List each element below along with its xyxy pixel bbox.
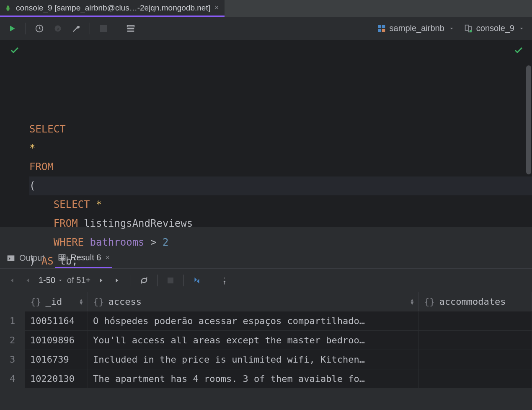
svg-rect-6 <box>382 25 385 28</box>
svg-rect-12 <box>8 255 15 261</box>
svg-rect-3 <box>100 25 107 32</box>
cell-id[interactable]: 10109896 <box>25 331 88 350</box>
cell-id[interactable]: 10220130 <box>25 369 88 388</box>
separator <box>90 23 90 34</box>
terminal-icon <box>7 254 15 262</box>
sql-editor[interactable]: SELECT * FROM ( SELECT * FROM listingsAn… <box>0 40 532 227</box>
cell-accommodates[interactable] <box>419 350 532 369</box>
explain-plan-icon[interactable] <box>123 21 139 36</box>
console-dropdown[interactable]: console_9 <box>460 23 528 33</box>
row-number: 3 <box>0 350 25 369</box>
row-number: 4 <box>0 369 25 388</box>
console-icon <box>464 24 473 33</box>
console-label: console_9 <box>476 23 514 33</box>
cell-access[interactable]: The apartment has 4 rooms. 3 of them ava… <box>88 369 419 388</box>
svg-rect-8 <box>382 29 385 31</box>
svg-point-11 <box>470 30 472 32</box>
chevron-down-icon <box>449 26 455 31</box>
check-icon <box>10 45 20 55</box>
svg-rect-5 <box>378 25 381 28</box>
stop-icon <box>96 21 111 36</box>
check-icon <box>514 45 524 55</box>
schema-icon <box>377 24 386 33</box>
cell-id[interactable]: 1016739 <box>25 350 88 369</box>
cell-access[interactable]: Included in the price is unlimited wifi,… <box>88 350 419 369</box>
run-button[interactable] <box>4 21 20 36</box>
separator <box>26 23 26 34</box>
history-icon[interactable] <box>31 21 47 36</box>
table-row[interactable]: 4 10220130 The apartment has 4 rooms. 3 … <box>0 369 532 389</box>
row-number: 2 <box>0 331 25 350</box>
editor-toolbar: p sample_airbnb console_9 <box>0 17 532 40</box>
first-page-button <box>5 274 18 287</box>
mongodb-leaf-icon <box>4 4 12 12</box>
schema-label: sample_airbnb <box>390 23 444 33</box>
row-number: 1 <box>0 311 25 330</box>
table-row[interactable]: 2 10109896 You'll access all areas excep… <box>0 331 532 350</box>
chevron-down-icon <box>519 26 524 31</box>
close-icon[interactable]: × <box>214 3 219 12</box>
wrench-icon[interactable] <box>68 21 84 36</box>
profile-icon: p <box>50 21 66 36</box>
cell-access[interactable]: You'll access all areas except the maste… <box>88 331 419 350</box>
separator <box>117 23 117 34</box>
file-tab[interactable]: console_9 [sampe_airbnb@clus…-2ejqn.mong… <box>0 0 225 17</box>
cell-accommodates[interactable] <box>419 331 532 350</box>
svg-rect-9 <box>465 25 468 30</box>
schema-dropdown[interactable]: sample_airbnb <box>374 23 458 33</box>
svg-rect-7 <box>378 29 381 31</box>
svg-text:p: p <box>57 26 59 31</box>
cell-accommodates[interactable] <box>419 369 532 388</box>
rownum-header <box>0 292 25 311</box>
table-row[interactable]: 3 1016739 Included in the price is unlim… <box>0 350 532 369</box>
tab-title: console_9 [sampe_airbnb@clus…-2ejqn.mong… <box>16 3 210 13</box>
svg-rect-4 <box>127 25 134 27</box>
